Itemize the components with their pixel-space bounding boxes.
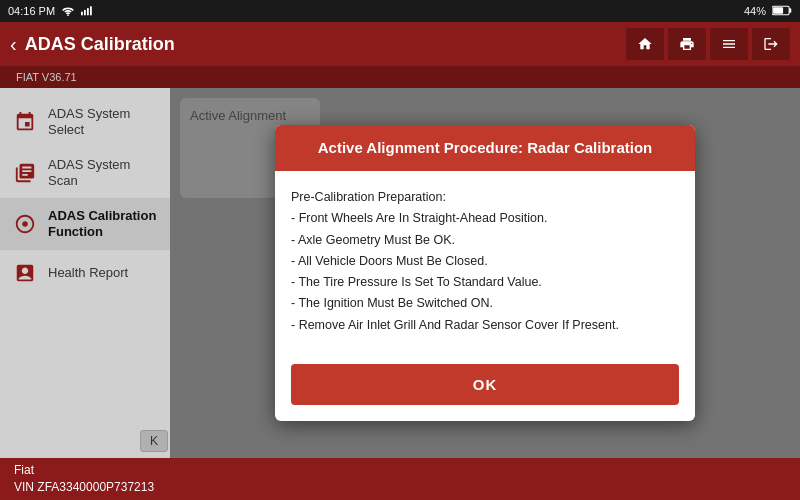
sidebar-label-adas-calibration-function: ADAS Calibration Function — [48, 208, 158, 239]
sidebar-item-adas-system-scan[interactable]: ADAS System Scan — [0, 147, 170, 198]
dialog-line-0: Pre-Calibration Preparation: — [291, 190, 446, 204]
content-area: Active Alignment Active Alignment Proced… — [170, 88, 800, 458]
svg-rect-4 — [90, 6, 92, 15]
vin-label: VIN — [14, 480, 37, 494]
back-button[interactable]: ‹ — [10, 33, 17, 56]
dialog-line-2: - Axle Geometry Must Be OK. — [291, 233, 455, 247]
svg-point-8 — [22, 221, 28, 227]
dialog-overlay: Active Alignment Procedure: Radar Calibr… — [170, 88, 800, 458]
svg-point-0 — [67, 14, 69, 16]
vin-value: ZFA3340000P737213 — [37, 480, 154, 494]
subtitle-text: FIAT V36.71 — [16, 71, 77, 83]
exit-button[interactable] — [752, 28, 790, 60]
report-icon — [12, 260, 38, 286]
battery-level: 44% — [744, 5, 766, 17]
sidebar-label-health-report: Health Report — [48, 265, 128, 281]
sidebar-item-health-report[interactable]: Health Report — [0, 250, 170, 296]
main-area: ADAS System Select ADAS System Scan ADAS… — [0, 88, 800, 458]
collapse-button[interactable]: K — [140, 430, 168, 452]
svg-rect-2 — [84, 9, 86, 14]
svg-rect-7 — [789, 8, 791, 12]
dialog-line-5: - The Ignition Must Be Switched ON. — [291, 296, 493, 310]
list-button[interactable] — [710, 28, 748, 60]
dialog-line-3: - All Vehicle Doors Must Be Closed. — [291, 254, 488, 268]
status-left: 04:16 PM — [8, 5, 93, 18]
status-bar: 04:16 PM 44% — [0, 0, 800, 22]
dialog-title: Active Alignment Procedure: Radar Calibr… — [318, 139, 653, 156]
dialog-footer: OK — [275, 352, 695, 421]
sidebar-item-adas-calibration-function[interactable]: ADAS Calibration Function — [0, 198, 170, 249]
scan-icon — [12, 160, 38, 186]
bottom-bar: Fiat VIN ZFA3340000P737213 — [0, 458, 800, 500]
svg-rect-6 — [773, 7, 783, 13]
dialog-body: Pre-Calibration Preparation: - Front Whe… — [275, 171, 695, 352]
dialog-line-6: - Remove Air Inlet Grill And Radar Senso… — [291, 318, 619, 332]
sidebar: ADAS System Select ADAS System Scan ADAS… — [0, 88, 170, 458]
subtitle-bar: FIAT V36.71 — [0, 66, 800, 88]
sidebar-item-adas-system-select[interactable]: ADAS System Select — [0, 96, 170, 147]
sidebar-label-adas-system-scan: ADAS System Scan — [48, 157, 158, 188]
svg-rect-3 — [87, 8, 89, 15]
vehicle-vin: VIN ZFA3340000P737213 — [14, 479, 154, 496]
wifi-icon — [61, 5, 75, 18]
dialog-line-1: - Front Wheels Are In Straight-Ahead Pos… — [291, 211, 547, 225]
calibrate-icon — [12, 211, 38, 237]
top-nav-right — [626, 28, 790, 60]
top-nav-left: ‹ ADAS Calibration — [10, 33, 175, 56]
page-title: ADAS Calibration — [25, 34, 175, 55]
signal-icon — [81, 5, 93, 18]
sidebar-label-adas-system-select: ADAS System Select — [48, 106, 158, 137]
time-display: 04:16 PM — [8, 5, 55, 17]
dialog: Active Alignment Procedure: Radar Calibr… — [275, 125, 695, 421]
top-nav: ‹ ADAS Calibration — [0, 22, 800, 66]
dialog-header: Active Alignment Procedure: Radar Calibr… — [275, 125, 695, 171]
select-icon — [12, 109, 38, 135]
ok-button[interactable]: OK — [291, 364, 679, 405]
status-right: 44% — [744, 5, 792, 18]
vehicle-info: Fiat VIN ZFA3340000P737213 — [14, 462, 154, 496]
svg-rect-1 — [81, 11, 83, 15]
dialog-line-4: - The Tire Pressure Is Set To Standard V… — [291, 275, 542, 289]
battery-icon — [772, 5, 792, 18]
print-button[interactable] — [668, 28, 706, 60]
home-button[interactable] — [626, 28, 664, 60]
vehicle-make: Fiat — [14, 462, 154, 479]
